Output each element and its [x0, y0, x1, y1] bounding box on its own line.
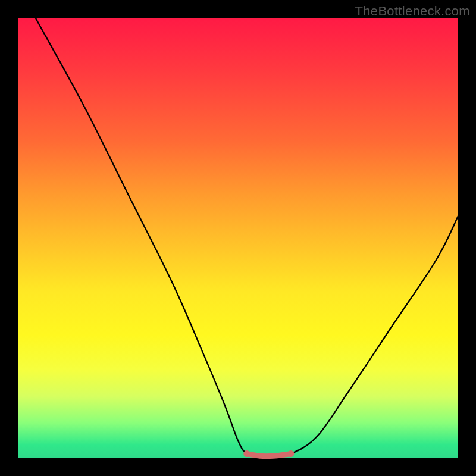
- flat-segment: [247, 454, 291, 456]
- curve-svg: [18, 18, 458, 458]
- flat-segment-endpoint-right: [287, 450, 294, 457]
- plot-area: [18, 18, 458, 458]
- chart-frame: TheBottleneck.com: [0, 0, 476, 476]
- watermark-text: TheBottleneck.com: [355, 4, 470, 19]
- main-curve: [36, 18, 458, 456]
- flat-segment-endpoint-left: [243, 450, 250, 457]
